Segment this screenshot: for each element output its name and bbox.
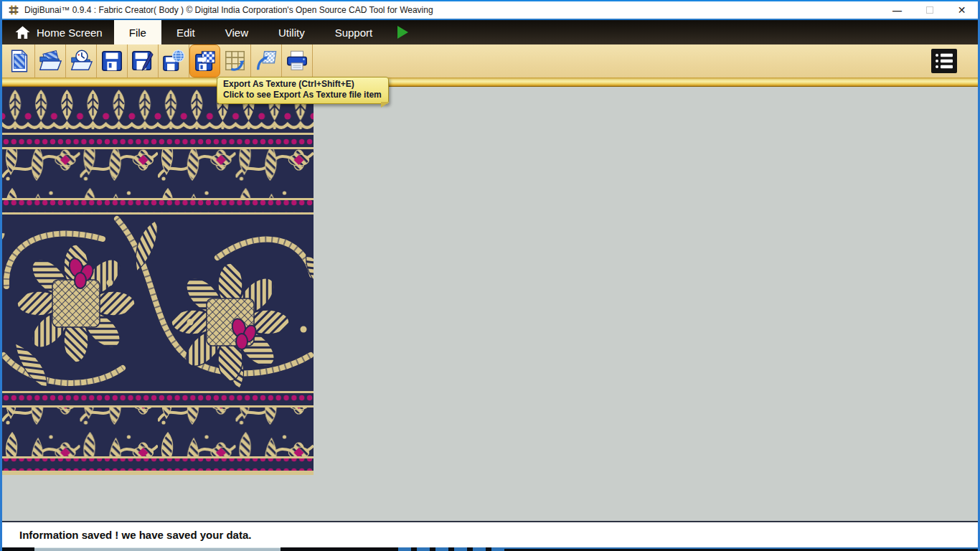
menu-item-view[interactable]: View xyxy=(210,20,263,44)
transfer-to-fabric-button[interactable] xyxy=(251,44,282,77)
toolbar xyxy=(2,44,978,77)
export-design-icon xyxy=(161,48,186,74)
open-fabric-button[interactable] xyxy=(35,44,66,77)
title-bar: DigiBunai™ 0.9.4 : Fabric Creator( Body … xyxy=(2,0,978,19)
export-as-texture-icon xyxy=(193,48,217,74)
menu-item-label: File xyxy=(129,27,146,39)
window-title: DigiBunai™ 0.9.4 : Fabric Creator( Body … xyxy=(24,5,433,15)
window-controls: — ✕ xyxy=(881,1,978,19)
status-message: Information saved ! we have saved your d… xyxy=(19,529,251,541)
transfer-to-fabric-icon xyxy=(254,48,278,74)
tooltip-subtitle: Click to see Export As Texture file item xyxy=(223,90,382,100)
minimize-button[interactable]: — xyxy=(881,1,913,19)
save-as-icon xyxy=(131,48,155,74)
fabric-preview[interactable] xyxy=(2,87,314,475)
play-icon xyxy=(397,26,408,39)
list-menu-button[interactable] xyxy=(931,49,957,73)
app-weave-icon xyxy=(8,4,19,16)
menu-item-home-screen[interactable]: Home Screen xyxy=(2,20,114,44)
menu-item-label: View xyxy=(225,27,248,39)
print-button[interactable] xyxy=(282,44,313,77)
new-fabric-button[interactable] xyxy=(4,44,35,77)
print-icon xyxy=(285,48,309,74)
new-fabric-icon xyxy=(7,48,32,74)
toolbar-bottom-ridge xyxy=(2,77,978,87)
menu-item-label: Home Screen xyxy=(37,27,103,39)
home-icon xyxy=(15,26,30,39)
menu-item-edit[interactable]: Edit xyxy=(161,20,210,44)
menu-item-label: Edit xyxy=(176,27,195,39)
design-canvas[interactable] xyxy=(2,87,978,521)
save-icon xyxy=(100,48,124,74)
maximize-icon xyxy=(926,6,933,14)
maximize-button[interactable] xyxy=(913,1,946,19)
fabric-pattern-svg xyxy=(2,87,314,475)
sliver-segment xyxy=(504,547,978,551)
export-design-button[interactable] xyxy=(159,44,189,77)
open-folder-icon xyxy=(38,48,62,74)
tooltip-title: Export As Texture (Ctrl+Shift+E) xyxy=(223,79,382,90)
transfer-to-graph-icon xyxy=(223,48,248,74)
close-button[interactable]: ✕ xyxy=(946,1,978,19)
menu-bar: Home Screen File Edit View Utility Suppo… xyxy=(2,19,978,44)
list-menu-icon xyxy=(934,52,954,70)
sliver-segment xyxy=(2,547,34,551)
app-window: DigiBunai™ 0.9.4 : Fabric Creator( Body … xyxy=(0,0,980,551)
sliver-segment xyxy=(34,547,281,551)
sliver-segment xyxy=(398,547,504,551)
export-as-texture-button[interactable] xyxy=(189,44,220,77)
taskbar-sliver xyxy=(2,547,978,551)
export-as-texture-tooltip: Export As Texture (Ctrl+Shift+E) Click t… xyxy=(217,77,389,104)
status-bar: Information saved ! we have saved your d… xyxy=(2,521,978,547)
save-button[interactable] xyxy=(97,44,128,77)
menu-item-utility[interactable]: Utility xyxy=(263,20,320,44)
menu-item-label: Support xyxy=(335,27,373,39)
sliver-segment xyxy=(281,547,398,551)
run-button[interactable] xyxy=(387,20,418,44)
open-recent-icon xyxy=(69,48,93,74)
save-as-button[interactable] xyxy=(128,44,159,77)
transfer-to-graph-button[interactable] xyxy=(220,44,251,77)
menu-item-support[interactable]: Support xyxy=(320,20,388,44)
menu-item-label: Utility xyxy=(278,27,305,39)
menu-item-file[interactable]: File xyxy=(114,20,161,44)
open-recent-button[interactable] xyxy=(66,44,97,77)
